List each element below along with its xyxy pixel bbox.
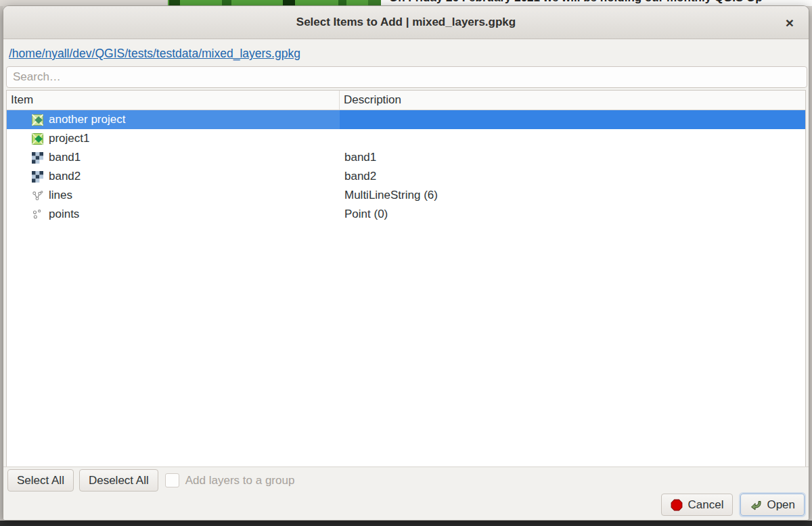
item-name: another project [49, 113, 125, 126]
open-button[interactable]: Open [740, 494, 805, 516]
point-icon [32, 209, 43, 220]
dialog-title: Select Items to Add | mixed_layers.gpkg [296, 16, 516, 29]
search-input[interactable] [6, 66, 807, 88]
gpkg-path-link[interactable]: /home/nyall/dev/QGIS/tests/testdata/mixe… [9, 47, 300, 60]
item-name: points [49, 208, 79, 221]
item-name: band2 [49, 170, 81, 183]
item-description: band2 [340, 167, 805, 186]
project-icon [32, 114, 43, 126]
table-row[interactable]: band1band1 [7, 148, 805, 167]
raster-icon [32, 152, 43, 164]
screen: On Friday 26 February 2021 we will be ho… [0, 0, 812, 526]
add-layers-checkbox-label: Add layers to a group [185, 474, 295, 487]
item-description [340, 129, 805, 148]
item-name: lines [49, 189, 72, 202]
table-row[interactable]: project1 [7, 129, 805, 148]
dialog-titlebar[interactable]: Select Items to Add | mixed_layers.gpkg … [3, 6, 809, 39]
path-row: /home/nyall/dev/QGIS/tests/testdata/mixe… [9, 47, 803, 61]
dialog-footer: Select All Deselect All Add layers to a … [3, 467, 809, 520]
cancel-button[interactable]: Cancel [661, 494, 733, 516]
select-all-button[interactable]: Select All [7, 469, 74, 492]
item-name: band1 [49, 151, 81, 164]
item-description: band1 [340, 148, 805, 167]
table-row[interactable]: another project [7, 110, 805, 129]
item-description: Point (0) [340, 205, 805, 224]
item-description: MultiLineString (6) [340, 186, 805, 205]
footer-left-group: Select All Deselect All Add layers to a … [7, 469, 294, 492]
column-header-description[interactable]: Description [340, 91, 805, 110]
item-name: project1 [49, 132, 89, 145]
background-news-text: On Friday 26 February 2021 we will be ho… [389, 0, 763, 5]
items-table: Item Description another project project… [6, 90, 806, 470]
add-layers-checkbox-wrap: Add layers to a group [165, 473, 295, 487]
deselect-all-button[interactable]: Deselect All [79, 469, 158, 492]
column-header-item[interactable]: Item [7, 91, 340, 110]
line-icon [32, 190, 43, 201]
footer-right-group: Cancel Open [661, 494, 805, 516]
item-description [340, 110, 805, 129]
table-row[interactable]: linesMultiLineString (6) [7, 186, 805, 205]
cancel-button-label: Cancel [687, 498, 723, 512]
add-layers-checkbox[interactable] [165, 473, 179, 487]
close-icon[interactable]: × [782, 14, 798, 31]
select-items-dialog: Select Items to Add | mixed_layers.gpkg … [3, 5, 809, 521]
stop-octagon-icon [671, 499, 683, 511]
raster-icon [32, 171, 43, 183]
open-arrow-icon [750, 499, 762, 511]
open-button-label: Open [767, 498, 795, 512]
table-header: Item Description [7, 91, 805, 110]
background-window-bottom-strip [0, 521, 812, 526]
table-body: another project project1 band1band1 band… [7, 110, 805, 224]
table-row[interactable]: band2band2 [7, 167, 805, 186]
project-icon [32, 133, 43, 145]
table-row[interactable]: pointsPoint (0) [7, 205, 805, 224]
